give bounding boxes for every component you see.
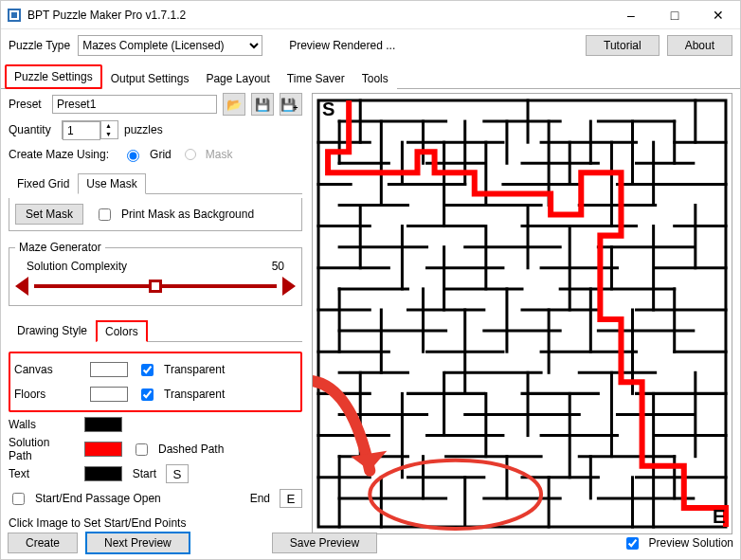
passage-open-checkbox[interactable]: Start/End Passage Open bbox=[9, 490, 161, 508]
quantity-row: Quantity ▲▼ puzzles bbox=[9, 119, 302, 140]
top-row: Puzzle Type Mazes Complete (Licensed) Pr… bbox=[1, 29, 740, 62]
maze-generator-group: Maze Generator Solution Complexity 50 bbox=[9, 241, 302, 306]
use-mask-body: Set Mask Print Mask as Background bbox=[9, 198, 302, 231]
complexity-value: 50 bbox=[272, 260, 284, 273]
style-tabs: Drawing Style Colors bbox=[9, 319, 302, 342]
preview-status-text: Preview Rendered ... bbox=[289, 39, 395, 52]
preset-save-button[interactable]: 💾 bbox=[251, 93, 274, 116]
start-marker: S bbox=[322, 99, 334, 119]
footer-bar: Create Next Preview Save Preview Preview… bbox=[8, 532, 733, 554]
title-bar: BPT Puzzle Maker Pro v1.7.1.2 – □ ✕ bbox=[1, 1, 740, 29]
canvas-color-swatch[interactable] bbox=[90, 362, 128, 377]
tab-page-layout[interactable]: Page Layout bbox=[197, 67, 278, 89]
walls-label: Walls bbox=[9, 418, 75, 431]
preview-solution-checkbox[interactable]: Preview Solution bbox=[623, 534, 733, 552]
subtab-fixed-grid[interactable]: Fixed Grid bbox=[9, 173, 78, 194]
folder-icon: 📂 bbox=[226, 98, 242, 112]
close-button[interactable]: ✕ bbox=[696, 1, 740, 29]
save-icon: 💾 bbox=[255, 98, 270, 112]
slider-right-arrow-icon[interactable] bbox=[282, 277, 296, 296]
start-char-input[interactable] bbox=[166, 464, 189, 483]
text-color-swatch[interactable] bbox=[84, 466, 122, 481]
save-preview-button[interactable]: Save Preview bbox=[272, 533, 377, 553]
puzzle-type-label: Puzzle Type bbox=[9, 39, 70, 52]
colors-panel: Canvas Transparent Floors Transparent bbox=[9, 346, 302, 535]
create-using-label: Create Maze Using: bbox=[9, 148, 109, 161]
quantity-unit: puzzles bbox=[124, 123, 163, 136]
solution-path-label: Solution Path bbox=[9, 436, 75, 462]
solution-color-swatch[interactable] bbox=[84, 442, 122, 457]
about-button[interactable]: About bbox=[667, 35, 732, 56]
maze-svg: S E bbox=[313, 94, 732, 533]
tab-tools[interactable]: Tools bbox=[353, 67, 397, 89]
create-button[interactable]: Create bbox=[8, 533, 78, 553]
maze-generator-legend: Maze Generator bbox=[15, 241, 105, 254]
slider-left-arrow-icon[interactable] bbox=[15, 277, 28, 296]
annotation-arrowhead-icon bbox=[351, 451, 387, 471]
complexity-label: Solution Complexity bbox=[27, 260, 127, 273]
quantity-stepper[interactable]: ▲▼ bbox=[62, 120, 118, 139]
tutorial-button[interactable]: Tutorial bbox=[586, 35, 660, 56]
window-title: BPT Puzzle Maker Pro v1.7.1.2 bbox=[27, 9, 609, 22]
floors-color-swatch[interactable] bbox=[90, 387, 128, 402]
tab-output-settings[interactable]: Output Settings bbox=[102, 67, 198, 89]
next-preview-button[interactable]: Next Preview bbox=[85, 532, 190, 554]
set-mask-button[interactable]: Set Mask bbox=[15, 204, 83, 225]
main-tabs: Puzzle Settings Output Settings Page Lay… bbox=[1, 63, 740, 89]
floors-transparent-checkbox[interactable]: Transparent bbox=[137, 386, 225, 404]
quantity-input[interactable] bbox=[63, 121, 100, 140]
app-icon bbox=[7, 8, 22, 23]
end-marker: E bbox=[713, 506, 725, 527]
quantity-up[interactable]: ▲ bbox=[101, 121, 116, 130]
tab-time-saver[interactable]: Time Saver bbox=[279, 67, 353, 89]
start-label: Start bbox=[132, 467, 156, 480]
text-label: Text bbox=[9, 467, 75, 480]
subtab-drawing-style[interactable]: Drawing Style bbox=[9, 320, 96, 342]
quantity-label: Quantity bbox=[9, 123, 56, 136]
subtab-colors[interactable]: Colors bbox=[96, 320, 148, 342]
preset-row: Preset 📂 💾 💾+ bbox=[9, 93, 302, 116]
walls-color-swatch[interactable] bbox=[84, 417, 122, 432]
print-mask-bg-checkbox[interactable]: Print Mask as Background bbox=[95, 206, 254, 224]
maximize-button[interactable]: □ bbox=[653, 1, 696, 29]
minimize-button[interactable]: – bbox=[609, 1, 653, 29]
preview-pane: S E bbox=[312, 93, 732, 535]
dashed-path-checkbox[interactable]: Dashed Path bbox=[132, 441, 224, 459]
maze-preview[interactable]: S E bbox=[312, 93, 732, 534]
preset-input[interactable] bbox=[52, 95, 217, 114]
end-char-input[interactable] bbox=[280, 489, 302, 508]
end-label: End bbox=[245, 492, 270, 505]
settings-panel: Preset 📂 💾 💾+ Quantity ▲▼ puzzles Create… bbox=[9, 93, 302, 535]
canvas-floors-highlight: Canvas Transparent Floors Transparent bbox=[9, 352, 302, 412]
canvas-transparent-checkbox[interactable]: Transparent bbox=[137, 361, 225, 379]
annotation-ellipse-icon bbox=[370, 461, 541, 529]
grid-radio-input[interactable] bbox=[127, 150, 139, 162]
create-using-grid-radio[interactable]: Grid bbox=[122, 147, 172, 162]
preset-label: Preset bbox=[9, 98, 46, 111]
grid-mask-tabs: Fixed Grid Use Mask bbox=[9, 172, 302, 194]
create-using-row: Create Maze Using: Grid Mask bbox=[9, 144, 302, 165]
slider-track[interactable] bbox=[34, 284, 277, 288]
create-using-mask-radio: Mask bbox=[185, 148, 233, 161]
subtab-use-mask[interactable]: Use Mask bbox=[78, 173, 145, 194]
svg-rect-2 bbox=[11, 12, 17, 18]
floors-label: Floors bbox=[14, 388, 81, 401]
slider-thumb[interactable] bbox=[149, 280, 162, 293]
quantity-down[interactable]: ▼ bbox=[101, 130, 116, 138]
preset-open-button[interactable]: 📂 bbox=[223, 93, 245, 116]
canvas-label: Canvas bbox=[14, 363, 81, 376]
click-image-hint: Click Image to Set Start/End Points bbox=[9, 516, 186, 530]
content-area: Preset 📂 💾 💾+ Quantity ▲▼ puzzles Create… bbox=[1, 89, 740, 543]
complexity-slider[interactable] bbox=[15, 273, 296, 299]
preset-save-as-button[interactable]: 💾+ bbox=[280, 93, 302, 116]
puzzle-type-select[interactable]: Mazes Complete (Licensed) bbox=[78, 35, 262, 56]
tab-puzzle-settings[interactable]: Puzzle Settings bbox=[5, 64, 102, 89]
